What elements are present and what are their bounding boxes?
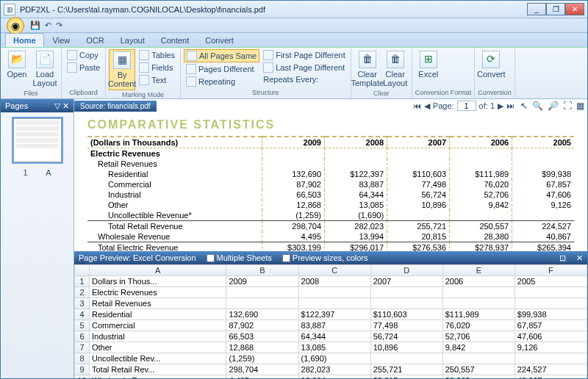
text-button[interactable]: Text xyxy=(137,74,177,86)
group-clear: 🗑Clear Template 🗑Clear Layout Clear xyxy=(351,48,412,98)
excel-icon: ⊞ xyxy=(420,51,437,68)
pages-panel: Pages▽ ✕ 1A xyxy=(1,99,74,379)
group-conv-format: ⊞Excel Conversion Format xyxy=(412,48,476,98)
tab-view[interactable]: View xyxy=(46,34,78,47)
filter-icon[interactable]: ▽ ✕ xyxy=(54,101,69,111)
document-table: (Dollars in Thousands)200920082007200620… xyxy=(87,136,574,251)
tab-home[interactable]: Home xyxy=(5,33,44,47)
group-marking: ▦By Content Tables Fields Text Marking M… xyxy=(106,48,181,98)
fields-icon xyxy=(139,62,149,73)
load-layout-button[interactable]: 📄Load Layout xyxy=(32,49,58,89)
titlebar: ▥ PDF2XL - C:\Users\tal.rayman.COGNILOCA… xyxy=(1,1,587,18)
qat-redo-icon[interactable]: ↷ xyxy=(56,21,62,30)
first-page-icon[interactable]: ⏮ xyxy=(413,101,421,110)
tables-icon xyxy=(139,50,149,60)
pages-title: Pages xyxy=(5,101,28,110)
qat-undo-icon[interactable]: ↶ xyxy=(45,21,51,30)
source-label: Source: financials.pdf xyxy=(74,101,157,112)
content-icon: ▦ xyxy=(113,51,131,69)
group-label: Files xyxy=(4,89,58,98)
clear-tpl-icon: 🗑 xyxy=(359,51,376,68)
ribbon: 📂Open 📄Load Layout Files Copy Paste Clip… xyxy=(1,48,587,99)
all-pages-same-button[interactable]: All Pages Same xyxy=(184,49,259,62)
open-button[interactable]: 📂Open xyxy=(4,49,30,80)
zoom-in-icon[interactable]: 🔎 xyxy=(548,101,559,111)
source-header: Source: financials.pdf ⏮ ◀ Page: of: 1 ▶… xyxy=(74,99,587,112)
excel-preview[interactable]: ABCDEF1Dollars in Thous...20092008200720… xyxy=(74,264,587,379)
prev-page-icon[interactable]: ◀ xyxy=(424,101,430,111)
app-icon: ▥ xyxy=(4,4,15,15)
preview-grid: ABCDEF1Dollars in Thous...20092008200720… xyxy=(74,264,587,379)
preview-tool-icon[interactable]: ⊡ xyxy=(559,253,566,263)
tab-convert[interactable]: Convert xyxy=(198,34,241,47)
fit-icon[interactable]: ⛶ xyxy=(563,101,572,111)
first-page-diff-button[interactable]: First Page Different xyxy=(261,49,348,61)
doc-title: COMPARATIVE STATISTICS xyxy=(87,118,574,131)
page-thumbnail[interactable] xyxy=(13,118,62,162)
clear-template-button[interactable]: 🗑Clear Template xyxy=(354,49,381,89)
pointer-icon[interactable]: ↖ xyxy=(520,101,528,111)
ribbon-tabs: Home View OCR Layout Content Convert xyxy=(1,33,587,48)
multiple-sheets-checkbox[interactable]: Multiple Sheets xyxy=(207,253,272,262)
last-page-diff-button[interactable]: Last Page Different xyxy=(261,62,348,73)
window-title: PDF2XL - C:\Users\tal.rayman.COGNILOCAL\… xyxy=(20,5,527,14)
by-content-button[interactable]: ▦By Content xyxy=(109,49,135,90)
document-view[interactable]: COMPARATIVE STATISTICS (Dollars in Thous… xyxy=(74,112,587,251)
quick-access-toolbar: ◉ 💾 ↶ ↷ xyxy=(1,18,587,33)
clear-layout-button[interactable]: 🗑Clear Layout xyxy=(382,49,409,89)
preview-header: Page Preview: Excel Conversion Multiple … xyxy=(74,251,587,264)
excel-format-button[interactable]: ⊞Excel xyxy=(415,49,442,80)
maximize-button[interactable]: ❐ xyxy=(546,3,565,15)
paste-icon xyxy=(67,62,77,73)
group-conversion: ⟳Convert Conversion xyxy=(475,48,515,98)
group-structure: All Pages Same Pages Different Repeating… xyxy=(181,48,351,98)
fields-button[interactable]: Fields xyxy=(137,62,177,73)
qat-save-icon[interactable]: 💾 xyxy=(30,21,40,30)
next-page-icon[interactable]: ▶ xyxy=(498,101,503,111)
copy-button[interactable]: Copy xyxy=(65,49,102,61)
zoom-out-icon[interactable]: 🔍 xyxy=(532,101,543,111)
copy-icon xyxy=(67,50,77,60)
group-clipboard: Copy Paste Clipboard xyxy=(62,48,106,98)
tables-button[interactable]: Tables xyxy=(137,49,177,61)
page-input[interactable] xyxy=(457,101,476,111)
paste-button[interactable]: Paste xyxy=(65,62,102,73)
convert-button[interactable]: ⟳Convert xyxy=(478,49,504,80)
tab-content[interactable]: Content xyxy=(154,34,197,47)
repeats-every-label: Repeats Every: xyxy=(261,74,348,84)
open-icon: 📂 xyxy=(8,51,26,68)
layout-icon: 📄 xyxy=(36,51,54,68)
convert-icon: ⟳ xyxy=(482,51,500,68)
group-files: 📂Open 📄Load Layout Files xyxy=(1,48,62,98)
repeating-button[interactable]: Repeating xyxy=(184,76,259,87)
clear-layout-icon: 🗑 xyxy=(387,51,404,68)
app-menu-button[interactable]: ◉ xyxy=(7,17,24,35)
preview-colors-checkbox[interactable]: Preview sizes, colors xyxy=(282,253,368,262)
preview-close-icon[interactable]: ✕ xyxy=(576,253,583,263)
tab-layout[interactable]: Layout xyxy=(113,34,152,47)
tab-ocr[interactable]: OCR xyxy=(79,34,111,47)
last-page-icon[interactable]: ⏭ xyxy=(506,101,514,110)
grid-icon[interactable]: ▦ xyxy=(576,101,584,111)
pages-icon xyxy=(187,51,197,61)
pages-different-button[interactable]: Pages Different xyxy=(184,63,259,75)
close-button[interactable]: ✕ xyxy=(565,3,584,15)
minimize-button[interactable]: _ xyxy=(527,3,546,15)
text-icon xyxy=(139,75,149,85)
preview-title: Page Preview: Excel Conversion xyxy=(79,253,196,262)
